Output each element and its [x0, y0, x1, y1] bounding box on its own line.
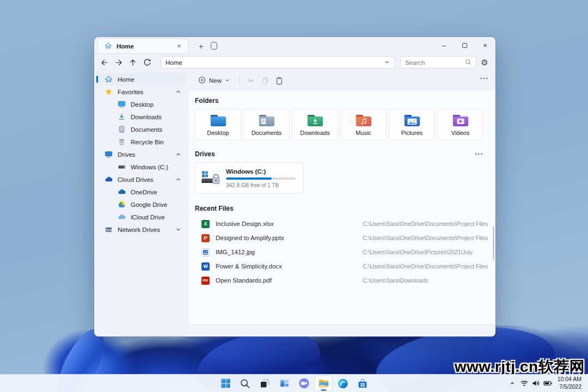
pictures-folder-icon	[403, 113, 421, 128]
tray-chevron-up-icon[interactable]	[507, 377, 517, 389]
music-folder-icon	[354, 113, 373, 128]
word-file-icon: W	[201, 262, 210, 271]
sidebar-item-network-drives[interactable]: Network Drives	[96, 223, 186, 236]
network-drive-icon	[104, 225, 113, 234]
recent-file-row[interactable]: PDF Open Standards.pdf C:\Users\Sara\Dow…	[195, 273, 495, 287]
address-bar[interactable]: Home	[161, 56, 395, 69]
search-input[interactable]: Search	[400, 56, 476, 69]
sidebar-item-label: Windows (C:)	[131, 164, 186, 170]
documents-folder-icon	[258, 113, 276, 128]
file-explorer-button[interactable]	[315, 376, 332, 391]
drive-usage-fill	[226, 177, 272, 180]
recent-file-row[interactable]: X Inclusive Design.xlsx C:\Users\Sara\On…	[195, 217, 495, 231]
chevron-up-icon[interactable]	[175, 89, 181, 95]
sidebar-item-desktop[interactable]: Desktop	[96, 98, 186, 111]
window-body: Home Favorites Desktop Downloads	[94, 72, 495, 336]
recent-file-row[interactable]: W Power & Simplicity.docx C:\Users\Sara\…	[195, 259, 495, 273]
paste-icon[interactable]	[272, 74, 286, 87]
back-button[interactable]	[97, 56, 112, 69]
sidebar-item-label: Google Drive	[131, 201, 186, 208]
status-bar	[188, 324, 495, 336]
settings-gear-icon[interactable]: ⚙	[478, 56, 491, 69]
sidebar-item-icloud-drive[interactable]: iCloud Drive	[96, 211, 186, 223]
copy-icon[interactable]	[258, 74, 272, 87]
folder-cards: Desktop Documents Downloads Music	[195, 109, 483, 140]
see-more-icon[interactable]: ···	[475, 152, 483, 156]
search-icon	[465, 59, 471, 66]
search-icon	[240, 378, 251, 389]
system-drive-icon	[201, 170, 220, 186]
file-path: C:\Users\Sara\OneDrive\Documents\Project…	[363, 220, 488, 227]
new-button[interactable]: New	[193, 74, 235, 87]
tab-preview-icon[interactable]	[211, 42, 217, 50]
drive-free-space: 342.8 GB free of 1 TB	[226, 182, 298, 188]
microsoft-store-button[interactable]	[354, 376, 371, 391]
volume-icon[interactable]	[531, 377, 541, 389]
sidebar-item-cloud-drives[interactable]: Cloud Drives	[96, 173, 186, 186]
file-name: Designed to Amplify.pptx	[216, 235, 284, 241]
tab-home[interactable]: Home ×	[98, 39, 188, 53]
content-panel: Folders Desktop Documents Downloads	[188, 89, 495, 324]
folder-card-label: Downloads	[300, 130, 329, 136]
sidebar-item-windows-c[interactable]: Windows (C:)	[96, 161, 186, 173]
recycle-bin-icon	[117, 138, 126, 146]
chevron-up-icon[interactable]	[175, 176, 181, 182]
widgets-button[interactable]	[276, 376, 293, 391]
chevron-up-icon[interactable]	[175, 151, 181, 157]
folder-card-downloads[interactable]: Downloads	[292, 109, 338, 140]
see-more-icon[interactable]: ···	[480, 76, 489, 81]
battery-icon[interactable]	[543, 377, 553, 389]
videos-folder-icon	[451, 113, 470, 128]
folder-card-pictures[interactable]: Pictures	[389, 109, 435, 140]
sidebar-item-favorites[interactable]: Favorites	[96, 85, 186, 98]
google-drive-icon	[117, 200, 126, 209]
scrollbar-thumb[interactable]	[493, 226, 494, 260]
new-tab-button[interactable]: +	[195, 41, 206, 52]
sidebar-item-documents[interactable]: Documents	[96, 123, 186, 136]
up-button[interactable]	[126, 56, 140, 69]
sidebar-item-google-drive[interactable]: Google Drive	[96, 198, 186, 211]
recent-files-list: X Inclusive Design.xlsx C:\Users\Sara\On…	[195, 217, 495, 287]
drive-card-windows-c[interactable]: Windows (C:) 342.8 GB free of 1 TB	[195, 162, 304, 194]
sidebar-item-downloads[interactable]: Downloads	[96, 111, 186, 123]
recent-file-row[interactable]: P Designed to Amplify.pptx C:\Users\Sara…	[195, 231, 495, 245]
folder-card-music[interactable]: Music	[340, 109, 387, 140]
close-button[interactable]: ×	[475, 37, 495, 53]
clock-time: 10:04 AM	[558, 376, 581, 383]
edge-button[interactable]	[335, 376, 352, 391]
clock-date: 7/5/2022	[558, 383, 581, 391]
minimize-button[interactable]: –	[433, 37, 454, 53]
task-view-button[interactable]	[256, 376, 273, 391]
drive-usage-bar	[226, 177, 296, 180]
tab-close-icon[interactable]: ×	[175, 42, 183, 50]
chat-button[interactable]	[296, 376, 313, 391]
drive-info: Windows (C:) 342.8 GB free of 1 TB	[226, 168, 298, 188]
system-tray: 10:04 AM 7/5/2022	[507, 376, 586, 390]
sidebar-item-home[interactable]: Home	[96, 73, 186, 85]
forward-button[interactable]	[112, 56, 126, 69]
refresh-button[interactable]	[140, 56, 154, 69]
tab-title: Home	[117, 43, 175, 50]
chevron-down-icon[interactable]	[175, 226, 181, 232]
folder-card-videos[interactable]: Videos	[437, 109, 483, 140]
start-button[interactable]	[217, 376, 234, 391]
taskbar-clock[interactable]: 10:04 AM 7/5/2022	[555, 376, 586, 390]
recent-file-row[interactable]: IMG_1412.jpg C:\Users\Sara\OneDrive\Pict…	[195, 245, 495, 259]
folder-card-documents[interactable]: Documents	[243, 109, 290, 140]
maximize-button[interactable]	[454, 37, 475, 53]
sidebar-item-recycle-bin[interactable]: Recycle Bin	[96, 136, 186, 148]
windows-logo-icon	[219, 377, 231, 389]
folder-card-label: Documents	[252, 130, 282, 136]
search-button[interactable]	[237, 376, 254, 391]
cut-icon[interactable]: ✂	[244, 74, 258, 87]
folder-card-desktop[interactable]: Desktop	[195, 109, 241, 140]
taskbar-center-icons	[217, 376, 371, 391]
desktop: www.rjtj.cn软荐网 Home × + – ×	[0, 0, 588, 392]
chevron-down-icon[interactable]	[384, 59, 390, 66]
sidebar-item-onedrive[interactable]: OneDrive	[96, 186, 186, 198]
sidebar-item-drives[interactable]: Drives	[96, 148, 186, 161]
wifi-icon[interactable]	[519, 377, 529, 389]
edge-icon	[338, 378, 349, 389]
file-path: C:\Users\Sara\Downloads	[363, 277, 428, 284]
file-name: Inclusive Design.xlsx	[216, 220, 274, 227]
